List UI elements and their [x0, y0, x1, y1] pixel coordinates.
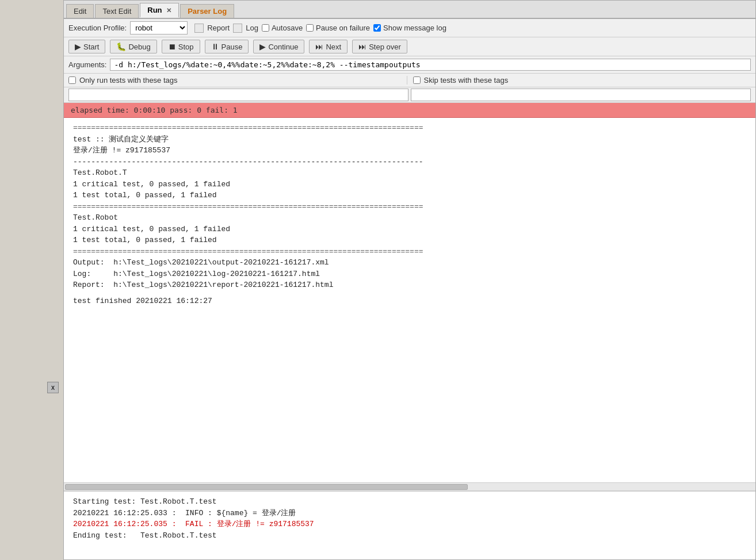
- tab-edit[interactable]: Edit: [66, 4, 94, 18]
- pass-count: pass: 0: [170, 106, 201, 114]
- autosave-label: Autosave: [272, 24, 303, 32]
- skip-section: Skip tests with these tags: [407, 76, 751, 85]
- output-finished: test finished 20210221 16:12:27: [73, 296, 746, 307]
- continue-icon: ▶: [259, 42, 266, 51]
- pause-button[interactable]: ⏸ Pause: [205, 40, 249, 53]
- debug-label: Debug: [128, 43, 150, 51]
- output-test-login: 登录/注册 != z917185537: [73, 145, 746, 156]
- output-log-path: Log: h:\Test_logs\20210221\log-20210221-…: [73, 269, 746, 280]
- output-divider3: ========================================…: [73, 246, 746, 258]
- log-label: Log: [246, 24, 258, 32]
- message-log-line2: 20210221 16:12:25.033 : INFO : ${name} =…: [73, 508, 746, 519]
- toolbar-row-1: Execution Profile: robot Report Log Auto…: [64, 19, 755, 37]
- log-icon: [233, 24, 242, 33]
- message-log: Starting test: Test.Robot.T.test 2021022…: [64, 490, 755, 559]
- pause-on-failure-group: Pause on failure: [306, 24, 370, 32]
- hscroll-thumb[interactable]: [65, 484, 468, 490]
- show-message-log-group: Show message log: [373, 24, 446, 32]
- step-over-label: Step over: [369, 43, 401, 51]
- output-divider2: ========================================…: [73, 201, 746, 213]
- left-sidebar: x: [0, 0, 63, 560]
- report-icon: [194, 24, 204, 33]
- pause-label: Pause: [222, 43, 243, 51]
- skip-tags-input[interactable]: [411, 89, 751, 101]
- continue-label: Continue: [268, 43, 298, 51]
- pause-on-failure-checkbox[interactable]: [306, 24, 314, 32]
- next-label: Next: [326, 43, 341, 51]
- buttons-row: ▶ Start 🐛 Debug ⏹ Stop ⏸ Pause ▶ Continu…: [64, 37, 755, 56]
- step-over-icon: ⏭: [358, 42, 366, 51]
- output-divider1: ========================================…: [73, 122, 746, 134]
- status-bar: elapsed time: 0:00:10 pass: 0 fail: 1: [64, 103, 755, 118]
- show-message-log-label: Show message log: [383, 24, 446, 32]
- output-total2: 1 test total, 0 passed, 1 failed: [73, 235, 746, 246]
- message-log-line1: Starting test: Test.Robot.T.test: [73, 496, 746, 508]
- tag-input-row: [64, 87, 755, 103]
- tab-run-close[interactable]: ✕: [166, 7, 171, 14]
- fail-count: fail: 1: [206, 106, 238, 114]
- output-total1: 1 test total, 0 passed, 1 failed: [73, 190, 746, 201]
- start-icon: ▶: [75, 42, 81, 51]
- stop-label: Stop: [178, 43, 194, 51]
- pause-icon: ⏸: [211, 42, 219, 51]
- execution-profile-label: Execution Profile:: [68, 24, 127, 32]
- arguments-label: Arguments:: [68, 60, 106, 69]
- output-area[interactable]: ========================================…: [64, 118, 755, 482]
- only-run-label: Only run tests with these tags: [79, 76, 178, 85]
- message-log-line3: 20210221 16:12:25.035 : FAIL : 登录/注册 != …: [73, 519, 746, 530]
- start-button[interactable]: ▶ Start: [68, 40, 105, 53]
- output-suite1: Test.Robot.T: [73, 167, 746, 179]
- debug-icon: 🐛: [116, 42, 126, 51]
- stop-icon: ⏹: [168, 42, 176, 51]
- tab-run[interactable]: Run ✕: [140, 3, 179, 18]
- output-output-path: Output: h:\Test_logs\20210221\output-202…: [73, 257, 746, 269]
- output-critical2: 1 critical test, 0 passed, 1 failed: [73, 224, 746, 235]
- arguments-row: Arguments:: [64, 56, 755, 74]
- next-button[interactable]: ⏭ Next: [309, 40, 348, 53]
- only-run-section: Only run tests with these tags: [68, 76, 407, 85]
- arguments-input[interactable]: [110, 59, 751, 71]
- tab-parser-log[interactable]: Parser Log: [180, 4, 234, 18]
- step-over-button[interactable]: ⏭ Step over: [352, 40, 407, 53]
- skip-label: Skip tests with these tags: [424, 76, 509, 85]
- start-label: Start: [83, 43, 99, 51]
- output-suite2: Test.Robot: [73, 212, 746, 224]
- tags-row: Only run tests with these tags Skip test…: [64, 74, 755, 87]
- autosave-checkbox[interactable]: [262, 24, 269, 32]
- next-icon: ⏭: [315, 42, 323, 51]
- report-label: Report: [207, 24, 230, 32]
- autosave-group: Autosave: [262, 24, 303, 32]
- output-separator: ----------------------------------------…: [73, 156, 746, 168]
- sidebar-close-button[interactable]: x: [47, 382, 59, 393]
- tab-text-edit[interactable]: Text Edit: [95, 4, 139, 18]
- message-log-line4: Ending test: Test.Robot.T.test: [73, 530, 746, 542]
- output-report-path: Report: h:\Test_logs\20210221\report-202…: [73, 279, 746, 291]
- execution-profile-select[interactable]: robot: [130, 21, 188, 34]
- tab-bar: Edit Text Edit Run ✕ Parser Log: [64, 1, 755, 19]
- continue-button[interactable]: ▶ Continue: [253, 40, 304, 53]
- main-panel: Edit Text Edit Run ✕ Parser Log Executio…: [63, 0, 756, 560]
- output-critical1: 1 critical test, 0 passed, 1 failed: [73, 179, 746, 190]
- skip-checkbox[interactable]: [413, 76, 421, 84]
- only-run-tags-input[interactable]: [68, 89, 408, 101]
- show-message-log-checkbox[interactable]: [373, 24, 381, 32]
- debug-button[interactable]: 🐛 Debug: [110, 40, 156, 53]
- output-test-header: test :: 测试自定义关键字: [73, 134, 746, 145]
- only-run-checkbox[interactable]: [68, 76, 76, 84]
- pause-on-failure-label: Pause on failure: [316, 24, 370, 32]
- horizontal-scrollbar[interactable]: [64, 482, 755, 490]
- elapsed-time: elapsed time: 0:00:10: [71, 106, 165, 114]
- stop-button[interactable]: ⏹ Stop: [162, 40, 200, 53]
